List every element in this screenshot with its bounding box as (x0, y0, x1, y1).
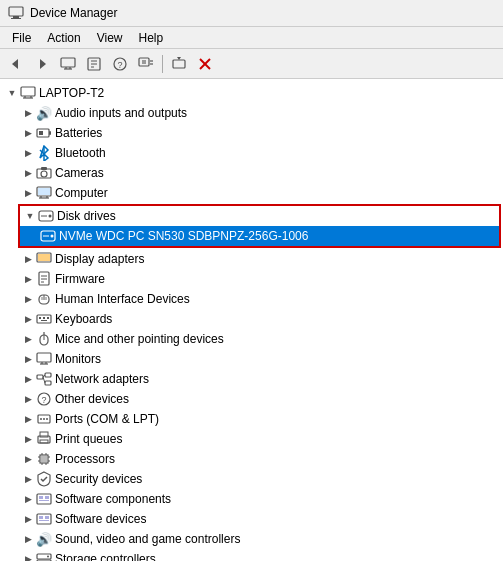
tree-area: ▼ LAPTOP-T2 ▶ 🔊 Audio inputs and outputs… (0, 79, 503, 561)
svg-point-78 (43, 418, 45, 420)
toolbar-scan-btn[interactable] (134, 53, 158, 75)
toolbar-properties-btn[interactable] (82, 53, 106, 75)
toolbar-computer-btn[interactable] (56, 53, 80, 75)
tree-root[interactable]: ▼ LAPTOP-T2 (0, 83, 503, 103)
root-expander[interactable]: ▼ (4, 85, 20, 101)
tree-disk-drives[interactable]: ▼ Disk drives (20, 206, 499, 226)
svg-rect-37 (38, 188, 50, 195)
tree-security[interactable]: ▶ Security devices (0, 469, 503, 489)
svg-marker-3 (12, 59, 18, 69)
svg-rect-60 (47, 317, 49, 319)
print-expander[interactable]: ▶ (20, 431, 36, 447)
svg-line-73 (43, 377, 45, 383)
security-label: Security devices (55, 472, 142, 486)
svg-rect-58 (39, 317, 41, 319)
svg-rect-100 (39, 520, 49, 521)
computer-tree-icon (36, 185, 52, 201)
svg-rect-95 (45, 496, 49, 499)
tree-storage[interactable]: ▶ Storage controllers (0, 549, 503, 561)
monitors-expander[interactable]: ▶ (20, 351, 36, 367)
svg-rect-59 (43, 317, 45, 319)
svg-rect-5 (61, 58, 75, 67)
tree-keyboards[interactable]: ▶ Keyboards (0, 309, 503, 329)
svg-rect-48 (38, 254, 50, 261)
menu-view[interactable]: View (89, 29, 131, 47)
nvme-label: NVMe WDC PC SN530 SDBPNPZ-256G-1006 (59, 229, 308, 243)
ports-label: Ports (COM & LPT) (55, 412, 159, 426)
tree-software-comp[interactable]: ▶ Software components (0, 489, 503, 509)
tree-sound[interactable]: ▶ 🔊 Sound, video and game controllers (0, 529, 503, 549)
tree-bluetooth[interactable]: ▶ Bluetooth (0, 143, 503, 163)
tree-monitors[interactable]: ▶ Monitors (0, 349, 503, 369)
svg-point-34 (41, 171, 47, 177)
svg-rect-65 (37, 353, 51, 362)
audio-expander[interactable]: ▶ (20, 105, 36, 121)
mice-icon (36, 331, 52, 347)
tree-batteries[interactable]: ▶ Batteries (0, 123, 503, 143)
network-icon (36, 371, 52, 387)
cameras-expander[interactable]: ▶ (20, 165, 36, 181)
bluetooth-expander[interactable]: ▶ (20, 145, 36, 161)
batteries-expander[interactable]: ▶ (20, 125, 36, 141)
tree-display[interactable]: ▶ Display adapters (0, 249, 503, 269)
toolbar-update-btn[interactable] (167, 53, 191, 75)
hid-expander[interactable]: ▶ (20, 291, 36, 307)
other-expander[interactable]: ▶ (20, 391, 36, 407)
tree-processors[interactable]: ▶ Processors (0, 449, 503, 469)
display-expander[interactable]: ▶ (20, 251, 36, 267)
toolbar-help-btn[interactable]: ? (108, 53, 132, 75)
tree-network[interactable]: ▶ Network adapters (0, 369, 503, 389)
display-icon (36, 251, 52, 267)
security-expander[interactable]: ▶ (20, 471, 36, 487)
menu-action[interactable]: Action (39, 29, 88, 47)
toolbar-back-btn[interactable] (4, 53, 28, 75)
toolbar: ? (0, 49, 503, 79)
firmware-expander[interactable]: ▶ (20, 271, 36, 287)
bluetooth-icon (36, 145, 52, 161)
network-expander[interactable]: ▶ (20, 371, 36, 387)
sound-icon: 🔊 (36, 531, 52, 547)
tree-software-dev[interactable]: ▶ Software devices (0, 509, 503, 529)
svg-rect-23 (21, 87, 35, 96)
tree-other[interactable]: ▶ ? Other devices (0, 389, 503, 409)
disk-drives-expander[interactable]: ▼ (22, 208, 38, 224)
svg-rect-1 (13, 16, 19, 18)
tree-cameras[interactable]: ▶ Cameras (0, 163, 503, 183)
tree-ports[interactable]: ▶ Ports (COM & LPT) (0, 409, 503, 429)
processors-label: Processors (55, 452, 115, 466)
tree-computer[interactable]: ▶ Computer (0, 183, 503, 203)
sound-label: Sound, video and game controllers (55, 532, 240, 546)
ports-expander[interactable]: ▶ (20, 411, 36, 427)
network-label: Network adapters (55, 372, 149, 386)
tree-firmware[interactable]: ▶ Firmware (0, 269, 503, 289)
tree-nvme[interactable]: NVMe WDC PC SN530 SDBPNPZ-256G-1006 (20, 226, 499, 246)
menu-bar: File Action View Help (0, 27, 503, 49)
computer-expander[interactable]: ▶ (20, 185, 36, 201)
toolbar-forward-btn[interactable] (30, 53, 54, 75)
menu-file[interactable]: File (4, 29, 39, 47)
svg-rect-71 (45, 381, 51, 385)
computer-icon (20, 85, 36, 101)
keyboards-expander[interactable]: ▶ (20, 311, 36, 327)
svg-rect-69 (37, 375, 43, 379)
toolbar-disable-btn[interactable] (193, 53, 217, 75)
processors-expander[interactable]: ▶ (20, 451, 36, 467)
software-dev-expander[interactable]: ▶ (20, 511, 36, 527)
tree-mice[interactable]: ▶ Mice and other pointing devices (0, 329, 503, 349)
security-icon (36, 471, 52, 487)
sound-expander[interactable]: ▶ (20, 531, 36, 547)
other-icon: ? (36, 391, 52, 407)
batteries-icon (36, 125, 52, 141)
storage-label: Storage controllers (55, 552, 156, 561)
tree-hid[interactable]: ▶ Human Interface Devices (0, 289, 503, 309)
menu-help[interactable]: Help (131, 29, 172, 47)
tree-audio[interactable]: ▶ 🔊 Audio inputs and outputs (0, 103, 503, 123)
svg-point-77 (40, 418, 42, 420)
software-comp-expander[interactable]: ▶ (20, 491, 36, 507)
svg-rect-94 (39, 496, 43, 499)
mice-expander[interactable]: ▶ (20, 331, 36, 347)
svg-rect-61 (41, 320, 47, 321)
tree-print[interactable]: ▶ Print queues (0, 429, 503, 449)
ports-icon (36, 411, 52, 427)
storage-expander[interactable]: ▶ (20, 551, 36, 561)
